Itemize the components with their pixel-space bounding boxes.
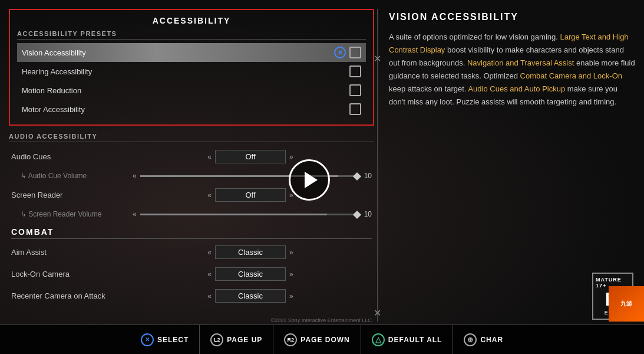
- recenter-camera-label: Recenter Camera on Attack: [11, 291, 129, 300]
- audio-cue-volume-number: 10: [360, 172, 372, 180]
- screen-reader-volume-number: 10: [360, 210, 372, 218]
- bottom-action-select[interactable]: ✕ SELECT: [130, 325, 200, 354]
- aim-assist-value[interactable]: Classic: [215, 245, 286, 259]
- page-title: ACCESSIBILITY: [17, 16, 366, 25]
- select-label: SELECT: [157, 336, 189, 344]
- aim-assist-arrow-left[interactable]: «: [204, 248, 215, 257]
- lock-on-camera-value-box: « Classic »: [129, 267, 372, 281]
- screen-reader-volume-arrow-left[interactable]: «: [129, 210, 140, 218]
- bottom-action-page-down[interactable]: R2 PAGE DOWN: [273, 325, 361, 354]
- cross-button-icon: ✕: [141, 333, 154, 346]
- aim-assist-label: Aim Assist: [11, 248, 129, 257]
- triangle-button-icon: △: [372, 333, 385, 346]
- audio-cues-value-box: « Off »: [129, 150, 372, 163]
- preset-item-vision[interactable]: Vision Accessibility ✕: [17, 43, 366, 62]
- screen-reader-value[interactable]: Off: [215, 188, 286, 202]
- watermark: 九游: [609, 286, 644, 322]
- screen-reader-arrow-left[interactable]: «: [204, 191, 215, 199]
- presets-subsection-title: ACCESSIBILITY PRESETS: [17, 30, 366, 40]
- aim-assist-row: Aim Assist « Classic »: [9, 241, 374, 263]
- screen-reader-volume-value-box: « 10: [129, 210, 372, 218]
- audio-cue-volume-value-box: « 10: [129, 172, 372, 180]
- char-label: CHAR: [480, 336, 503, 344]
- preset-item-motion[interactable]: Motion Reduction: [17, 81, 366, 100]
- square-icon-motor: [349, 103, 361, 115]
- bottom-action-default-all[interactable]: △ DEFAULT ALL: [361, 325, 454, 354]
- page-up-label: PAGE UP: [227, 336, 262, 344]
- preset-icons-motion: [349, 84, 361, 96]
- preset-label-motion: Motion Reduction: [22, 86, 349, 95]
- lock-on-camera-row: Lock-On Camera « Classic »: [9, 263, 374, 285]
- lock-on-camera-arrow-right[interactable]: »: [286, 270, 297, 278]
- screen-reader-value-box: « Off »: [129, 188, 372, 202]
- preset-label-hearing: Hearing Accessibility: [22, 67, 349, 76]
- preset-label-motor: Motor Accessibility: [22, 105, 349, 114]
- copyright-text: ©2022 Sony Interactive Entertainment LLC…: [271, 317, 374, 323]
- preset-label-vision: Vision Accessibility: [22, 48, 334, 57]
- square-icon-motion: [349, 84, 361, 96]
- audio-accessibility-section: AUDIO ACCESSIBILITY Audio Cues « Off » ↳…: [9, 133, 374, 307]
- bottom-action-char[interactable]: ⊕ CHAR: [453, 325, 514, 354]
- r2-button-icon: R2: [284, 333, 297, 346]
- recenter-camera-arrow-left[interactable]: «: [204, 292, 215, 300]
- audio-cue-volume-label: ↳ Audio Cue Volume: [11, 172, 129, 180]
- presets-box: ACCESSIBILITY ACCESSIBILITY PRESETS Visi…: [9, 9, 374, 126]
- screen-reader-volume-label: ↳ Screen Reader Volume: [11, 210, 129, 218]
- screen-reader-label: Screen Reader: [11, 191, 129, 199]
- screen-reader-fill: [140, 214, 327, 215]
- audio-cues-arrow-left[interactable]: «: [204, 153, 215, 161]
- square-icon-hearing: [349, 65, 361, 77]
- watermark-text: 九游: [620, 300, 632, 308]
- recenter-camera-arrow-right[interactable]: »: [286, 292, 297, 300]
- preset-icons-motor: [349, 103, 361, 115]
- combat-title: COMBAT: [11, 227, 372, 239]
- play-triangle-icon: [305, 172, 318, 188]
- preset-icons-vision: ✕: [334, 47, 361, 58]
- bottom-bar: ✕ SELECT L2 PAGE UP R2 PAGE DOWN △ DEFAU…: [0, 324, 644, 354]
- audio-cues-label: Audio Cues: [11, 152, 129, 161]
- l2-button-icon: L2: [210, 333, 223, 346]
- page-down-label: PAGE DOWN: [300, 336, 349, 344]
- recenter-camera-value[interactable]: Classic: [215, 289, 286, 303]
- screen-reader-volume-slider: [140, 214, 360, 215]
- audio-cues-arrow-right[interactable]: »: [286, 153, 297, 161]
- desc-highlight-nav: Navigation and Traversal Assist: [467, 58, 574, 67]
- desc-highlight-audio: Audio Cues and Auto Pickup: [468, 84, 565, 93]
- screen-reader-track[interactable]: [140, 214, 360, 215]
- right-panel-description: A suite of options optimized for low vis…: [389, 31, 635, 109]
- audio-cues-value[interactable]: Off: [215, 150, 286, 163]
- desc-part-0: A suite of options optimized for low vis…: [389, 32, 560, 41]
- lock-on-camera-label: Lock-On Camera: [11, 270, 129, 278]
- bottom-action-page-up[interactable]: L2 PAGE UP: [200, 325, 273, 354]
- globe-button-icon: ⊕: [464, 333, 477, 346]
- desc-highlight-combat: Combat Camera and Lock-On: [520, 71, 622, 80]
- audio-cue-volume-arrow-left[interactable]: «: [129, 172, 140, 180]
- default-all-label: DEFAULT ALL: [388, 336, 442, 344]
- audio-accessibility-title: AUDIO ACCESSIBILITY: [9, 133, 374, 142]
- aim-assist-arrow-right[interactable]: »: [286, 248, 297, 257]
- preset-icons-hearing: [349, 65, 361, 77]
- preset-item-motor[interactable]: Motor Accessibility: [17, 100, 366, 119]
- cross-icon: ✕: [334, 47, 346, 58]
- play-button[interactable]: [289, 159, 330, 201]
- square-icon-vision: [349, 47, 361, 58]
- recenter-camera-row: Recenter Camera on Attack « Classic »: [9, 285, 374, 307]
- screen-reader-volume-row: ↳ Screen Reader Volume « 10: [9, 206, 374, 222]
- lock-on-camera-value[interactable]: Classic: [215, 267, 286, 281]
- desc-part-3: keep attacks on target.: [389, 84, 468, 93]
- preset-item-hearing[interactable]: Hearing Accessibility: [17, 62, 366, 81]
- lock-on-camera-arrow-left[interactable]: «: [204, 270, 215, 278]
- divider-cross-top: ✕: [374, 53, 381, 64]
- aim-assist-value-box: « Classic »: [129, 245, 372, 259]
- divider-cross-bottom: ✕: [374, 307, 381, 319]
- right-panel-title: VISION ACCESSIBILITY: [389, 12, 635, 22]
- copyright-label: ©2022 Sony Interactive Entertainment LLC…: [271, 317, 374, 323]
- recenter-camera-value-box: « Classic »: [129, 289, 372, 303]
